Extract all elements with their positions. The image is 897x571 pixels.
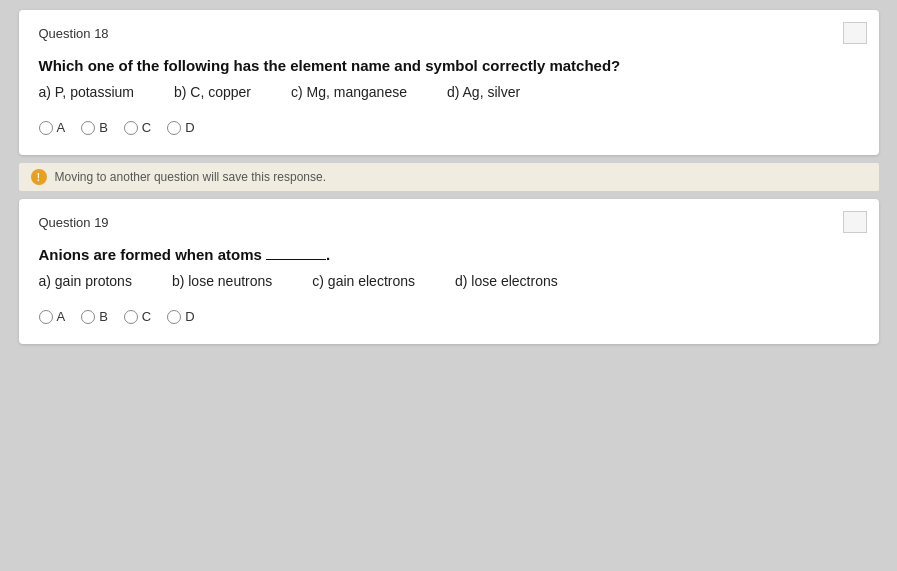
- corner-box-19: [843, 211, 867, 233]
- q19-option-c: c) gain electrons: [312, 273, 415, 289]
- question-19-text: Anions are formed when atoms.: [39, 244, 859, 265]
- question-18-text: Which one of the following has the eleme…: [39, 55, 859, 76]
- q19-radio-circle-d: [167, 310, 181, 324]
- q18-option-b: b) C, copper: [174, 84, 251, 100]
- q19-radio-d[interactable]: D: [167, 309, 194, 324]
- q19-radio-a[interactable]: A: [39, 309, 66, 324]
- question-19-text-main: Anions are formed when atoms: [39, 246, 262, 263]
- question-19-options: a) gain protons b) lose neutrons c) gain…: [39, 273, 859, 289]
- q19-radio-circle-c: [124, 310, 138, 324]
- moving-notice: ! Moving to another question will save t…: [19, 163, 879, 191]
- q18-radio-circle-d: [167, 121, 181, 135]
- moving-notice-text: Moving to another question will save thi…: [55, 170, 326, 184]
- q19-radio-label-d: D: [185, 309, 194, 324]
- q18-radio-a[interactable]: A: [39, 120, 66, 135]
- q18-radio-circle-a: [39, 121, 53, 135]
- q18-radio-circle-b: [81, 121, 95, 135]
- q19-option-d: d) lose electrons: [455, 273, 558, 289]
- question-18-options: a) P, potassium b) C, copper c) Mg, mang…: [39, 84, 859, 100]
- q18-option-a: a) P, potassium: [39, 84, 134, 100]
- q19-option-a: a) gain protons: [39, 273, 132, 289]
- q19-radio-label-b: B: [99, 309, 108, 324]
- q19-option-b: b) lose neutrons: [172, 273, 272, 289]
- question-19-text-suffix: .: [326, 246, 330, 263]
- q19-radio-b[interactable]: B: [81, 309, 108, 324]
- q19-radio-label-a: A: [57, 309, 66, 324]
- q19-radio-circle-a: [39, 310, 53, 324]
- question-18-number: Question 18: [39, 26, 859, 41]
- q18-option-c: c) Mg, manganese: [291, 84, 407, 100]
- question-19-blank: [266, 259, 326, 260]
- q18-radio-label-a: A: [57, 120, 66, 135]
- q18-radio-label-d: D: [185, 120, 194, 135]
- q18-option-d: d) Ag, silver: [447, 84, 520, 100]
- q19-radio-label-c: C: [142, 309, 151, 324]
- corner-box-18: [843, 22, 867, 44]
- warning-icon: !: [31, 169, 47, 185]
- q18-radio-label-b: B: [99, 120, 108, 135]
- question-19-radio-row: A B C D: [39, 309, 859, 324]
- q18-radio-b[interactable]: B: [81, 120, 108, 135]
- question-19-number: Question 19: [39, 215, 859, 230]
- q19-radio-c[interactable]: C: [124, 309, 151, 324]
- q18-radio-label-c: C: [142, 120, 151, 135]
- question-18-card: Question 18 Which one of the following h…: [19, 10, 879, 155]
- q18-radio-c[interactable]: C: [124, 120, 151, 135]
- question-19-card: Question 19 Anions are formed when atoms…: [19, 199, 879, 344]
- q18-radio-d[interactable]: D: [167, 120, 194, 135]
- q19-radio-circle-b: [81, 310, 95, 324]
- question-18-radio-row: A B C D: [39, 120, 859, 135]
- q18-radio-circle-c: [124, 121, 138, 135]
